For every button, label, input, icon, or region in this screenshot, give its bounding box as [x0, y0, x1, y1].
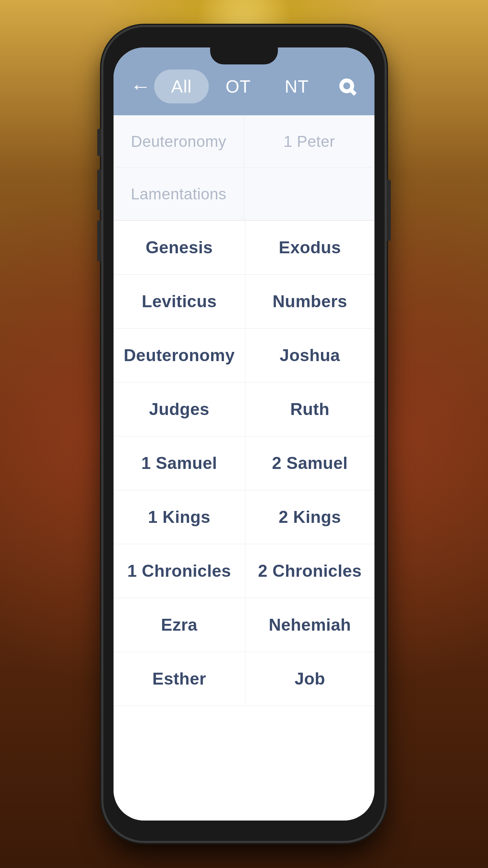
- book-title: 1 Kings: [148, 507, 210, 527]
- phone-screen: ← All OT NT Deuteronomy: [114, 47, 374, 821]
- list-item[interactable]: 2 Chronicles: [245, 544, 374, 598]
- book-title: Numbers: [272, 292, 347, 311]
- tab-ot[interactable]: OT: [209, 70, 268, 103]
- notch: [210, 47, 278, 64]
- list-item[interactable]: [244, 168, 374, 220]
- list-item[interactable]: Ezra: [114, 598, 245, 652]
- volume-mute-button[interactable]: [97, 129, 101, 156]
- book-title: Ruth: [290, 399, 329, 419]
- list-item[interactable]: 1 Samuel: [114, 436, 245, 490]
- book-title: 1 Chronicles: [127, 561, 231, 581]
- list-item[interactable]: Esther: [114, 652, 245, 706]
- book-title: Deuteronomy: [131, 132, 226, 151]
- book-title: Lamentations: [131, 185, 226, 203]
- book-title: 2 Samuel: [272, 453, 348, 473]
- list-item[interactable]: 1 Kings: [114, 490, 245, 544]
- list-item[interactable]: Ruth: [245, 382, 374, 436]
- scroll-area[interactable]: Deuteronomy 1 Peter Lamentations Ge: [114, 115, 374, 821]
- back-button[interactable]: ←: [127, 73, 154, 100]
- list-item[interactable]: Joshua: [245, 329, 374, 382]
- tab-all[interactable]: All: [154, 70, 209, 103]
- svg-line-1: [351, 90, 355, 94]
- list-item[interactable]: Nehemiah: [245, 598, 374, 652]
- list-item[interactable]: 2 Kings: [245, 490, 374, 544]
- tab-nt[interactable]: NT: [268, 70, 326, 103]
- recent-section: Deuteronomy 1 Peter Lamentations: [114, 115, 374, 221]
- book-title: 2 Kings: [279, 507, 341, 527]
- book-title: 1 Samuel: [141, 453, 217, 473]
- list-item[interactable]: Genesis: [114, 221, 245, 275]
- list-item[interactable]: Deuteronomy: [114, 115, 244, 168]
- list-item[interactable]: 2 Samuel: [245, 436, 374, 490]
- book-title: Deuteronomy: [124, 346, 235, 365]
- book-title: 1 Peter: [284, 132, 335, 151]
- book-title: Esther: [152, 669, 206, 689]
- svg-point-0: [341, 80, 352, 91]
- list-item[interactable]: Job: [245, 652, 374, 706]
- book-title: Leviticus: [142, 292, 217, 311]
- back-arrow-icon: ←: [130, 76, 151, 97]
- list-item[interactable]: Judges: [114, 382, 245, 436]
- power-button[interactable]: [387, 180, 391, 241]
- search-icon: [338, 77, 357, 96]
- books-grid: Genesis Exodus Leviticus Numbers Deutero…: [114, 221, 374, 706]
- search-button[interactable]: [334, 73, 361, 100]
- volume-up-button[interactable]: [97, 170, 101, 210]
- list-item[interactable]: Exodus: [245, 221, 374, 275]
- list-item[interactable]: Deuteronomy: [114, 329, 245, 382]
- book-title: Job: [294, 669, 325, 689]
- list-item[interactable]: Leviticus: [114, 275, 245, 329]
- book-title: 2 Chronicles: [258, 561, 362, 581]
- list-item[interactable]: 1 Chronicles: [114, 544, 245, 598]
- book-title: Nehemiah: [269, 615, 351, 635]
- volume-down-button[interactable]: [97, 220, 101, 261]
- list-item[interactable]: Numbers: [245, 275, 374, 329]
- book-title: Judges: [149, 399, 209, 419]
- book-title: Ezra: [161, 615, 198, 635]
- list-item[interactable]: 1 Peter: [244, 115, 374, 168]
- nav-tabs: All OT NT: [154, 70, 334, 103]
- list-item[interactable]: Lamentations: [114, 168, 244, 220]
- book-title: Genesis: [146, 238, 213, 257]
- book-title: Joshua: [280, 346, 340, 365]
- recent-grid: Deuteronomy 1 Peter Lamentations: [114, 115, 374, 220]
- phone-container: ← All OT NT Deuteronomy: [103, 27, 385, 841]
- book-title: Exodus: [279, 238, 341, 257]
